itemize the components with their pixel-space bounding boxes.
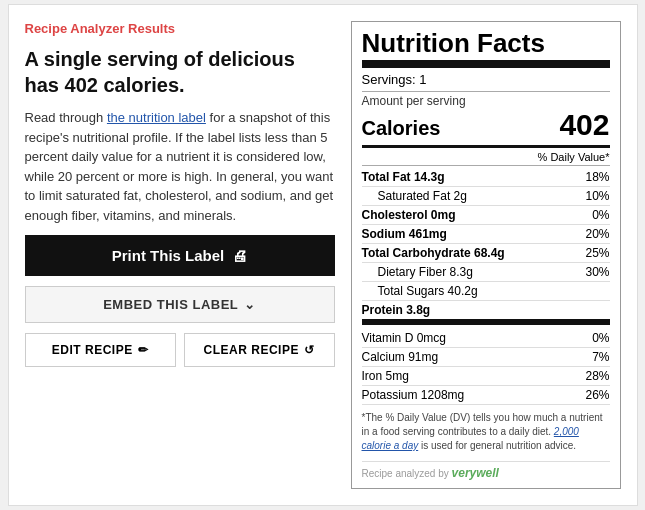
calories-label: Calories xyxy=(362,117,441,140)
chevron-down-icon: ⌄ xyxy=(244,297,256,312)
nutrition-row: Iron 5mg28% xyxy=(362,367,610,386)
printer-icon: 🖨 xyxy=(232,247,247,264)
row-label: Total Fat 14.3g xyxy=(362,170,445,184)
embed-label-button[interactable]: EMBED THIS LABEL ⌄ xyxy=(25,286,335,323)
print-label-text: Print This Label xyxy=(112,247,225,264)
row-value: 7% xyxy=(592,350,609,364)
footnote: *The % Daily Value (DV) tells you how mu… xyxy=(362,411,610,453)
recipe-analyzer-label: Recipe Analyzer Results xyxy=(25,21,335,36)
row-value: 26% xyxy=(585,388,609,402)
edit-recipe-text: EDIT RECIPE xyxy=(52,343,133,357)
nutrition-row: Total Fat 14.3g18% xyxy=(362,168,610,187)
edit-clear-row: EDIT RECIPE ✏ CLEAR RECIPE ↺ xyxy=(25,333,335,367)
row-label: Cholesterol 0mg xyxy=(362,208,456,222)
servings-label: Servings: xyxy=(362,72,416,87)
left-panel: Recipe Analyzer Results A single serving… xyxy=(25,21,335,489)
refresh-icon: ↺ xyxy=(304,343,315,357)
footnote-end-text: is used for general nutrition advice. xyxy=(418,440,576,451)
nutrition-row: Saturated Fat 2g10% xyxy=(362,187,610,206)
nutrition-row: Vitamin D 0mcg0% xyxy=(362,329,610,348)
row-label: Total Carbohydrate 68.4g xyxy=(362,246,505,260)
nutrition-row: Total Sugars 40.2g xyxy=(362,282,610,301)
row-value: 28% xyxy=(585,369,609,383)
nutrition-row: Calcium 91mg7% xyxy=(362,348,610,367)
desc-after-link: for a snapshot of this recipe's nutritio… xyxy=(25,110,334,223)
recipe-heading: A single serving of delicious has 402 ca… xyxy=(25,46,335,98)
daily-value-header: % Daily Value* xyxy=(362,151,610,166)
analyzed-by: Recipe analyzed by verywell xyxy=(362,461,610,480)
embed-label-text: EMBED THIS LABEL xyxy=(103,297,238,312)
nutrition-rows: Total Fat 14.3g18%Saturated Fat 2g10%Cho… xyxy=(362,168,610,301)
clear-recipe-text: CLEAR RECIPE xyxy=(204,343,299,357)
row-label: Calcium 91mg xyxy=(362,350,439,364)
nutrition-row: Dietary Fiber 8.3g30% xyxy=(362,263,610,282)
row-label: Sodium 461mg xyxy=(362,227,447,241)
row-value: 20% xyxy=(585,227,609,241)
row-value: 0% xyxy=(592,331,609,345)
nutrition-servings: Servings: 1 xyxy=(362,72,610,92)
row-value: 18% xyxy=(585,170,609,184)
row-value: 0% xyxy=(592,208,609,222)
row-label: Vitamin D 0mcg xyxy=(362,331,446,345)
row-label: Potassium 1208mg xyxy=(362,388,465,402)
amount-per-serving-label: Amount per serving xyxy=(362,94,610,108)
row-label: Iron 5mg xyxy=(362,369,409,383)
nutrition-rows2: Vitamin D 0mcg0%Calcium 91mg7%Iron 5mg28… xyxy=(362,329,610,405)
row-value: 25% xyxy=(585,246,609,260)
verywell-brand: verywell xyxy=(452,466,499,480)
print-label-button[interactable]: Print This Label 🖨 xyxy=(25,235,335,276)
main-card: Recipe Analyzer Results A single serving… xyxy=(8,4,638,506)
protein-row: Protein 3.8g xyxy=(362,301,610,325)
row-label: Total Sugars 40.2g xyxy=(362,284,478,298)
calories-row: Calories 402 xyxy=(362,108,610,148)
analyzed-prefix: Recipe analyzed by xyxy=(362,468,452,479)
row-value: 30% xyxy=(585,265,609,279)
nutrition-row: Total Carbohydrate 68.4g25% xyxy=(362,244,610,263)
desc-before-link: Read through xyxy=(25,110,107,125)
servings-value: 1 xyxy=(419,72,426,87)
nutrition-row: Sodium 461mg20% xyxy=(362,225,610,244)
row-label: Saturated Fat 2g xyxy=(362,189,467,203)
calories-value: 402 xyxy=(559,108,609,142)
row-label: Dietary Fiber 8.3g xyxy=(362,265,473,279)
edit-recipe-button[interactable]: EDIT RECIPE ✏ xyxy=(25,333,176,367)
pencil-icon: ✏ xyxy=(138,343,149,357)
protein-label: Protein 3.8g xyxy=(362,303,431,317)
nutrition-row: Cholesterol 0mg0% xyxy=(362,206,610,225)
nutrition-label-link[interactable]: the nutrition label xyxy=(107,110,206,125)
nutrition-row: Potassium 1208mg26% xyxy=(362,386,610,405)
recipe-description: Read through the nutrition label for a s… xyxy=(25,108,335,225)
nutrition-facts-title: Nutrition Facts xyxy=(362,30,610,68)
clear-recipe-button[interactable]: CLEAR RECIPE ↺ xyxy=(184,333,335,367)
row-value: 10% xyxy=(585,189,609,203)
nutrition-facts-panel: Nutrition Facts Servings: 1 Amount per s… xyxy=(351,21,621,489)
